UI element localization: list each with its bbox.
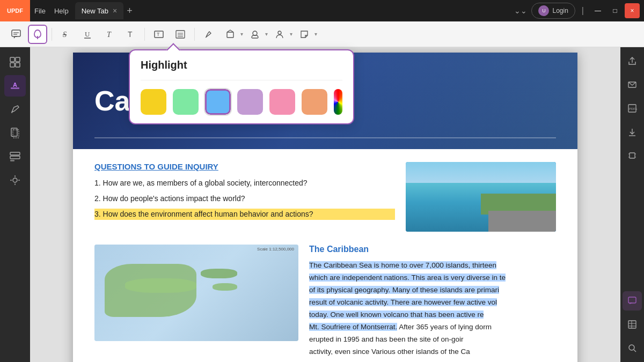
toolbar: S U T T T ▾ ▾ ▾ ▾ — [0, 21, 644, 47]
svg-point-16 — [278, 31, 281, 34]
swatch-purple[interactable] — [237, 89, 263, 115]
title-bar-right: ⌄⌄ U Login | — □ × — [514, 3, 644, 19]
map-island2 — [213, 283, 237, 291]
svg-text:T: T — [157, 32, 160, 37]
login-button[interactable]: U Login — [531, 3, 575, 19]
tool-underline[interactable]: U — [78, 25, 97, 44]
inquiry-section: QUESTIONS TO GUIDE INQUIRY 1. How are we… — [94, 162, 556, 232]
tool-pen[interactable] — [199, 25, 218, 44]
tool-user[interactable] — [270, 25, 289, 44]
right-icon-email[interactable] — [623, 75, 642, 94]
swatch-orange[interactable] — [302, 89, 327, 115]
right-icon-ocr[interactable] — [623, 146, 642, 165]
caribbean-para-3: of its physical geography. Many of these… — [309, 286, 499, 294]
svg-text:T: T — [107, 31, 112, 39]
pdf-header-line — [94, 137, 556, 138]
svg-rect-25 — [10, 152, 20, 155]
tool-text-italic[interactable]: T — [99, 25, 119, 44]
right-icon-chat[interactable] — [623, 291, 642, 311]
svg-rect-27 — [10, 160, 14, 161]
toolbar-divider-3 — [194, 28, 195, 41]
right-icon-share[interactable] — [623, 51, 642, 71]
tab-close-button[interactable]: × — [113, 6, 117, 15]
toolbar-divider-2 — [144, 28, 145, 41]
tool-shape-group: ▾ — [221, 25, 243, 44]
menu-bar: File Help — [30, 7, 73, 15]
map-land-cuba — [125, 278, 196, 293]
swatch-yellow[interactable] — [141, 89, 166, 115]
swatch-pink[interactable] — [269, 89, 295, 115]
swatch-rainbow[interactable] — [334, 89, 342, 115]
highlight-popup: Highlight — [129, 49, 354, 124]
svg-point-15 — [253, 31, 257, 35]
tool-shape-arrow[interactable]: ▾ — [240, 31, 243, 37]
tool-sticker-arrow[interactable]: ▾ — [314, 31, 317, 37]
inquiry-item-3: 3. How does the environment affect human… — [94, 209, 395, 220]
right-icon-download[interactable] — [623, 122, 642, 142]
tab-new-tab[interactable]: New Tab × — [75, 2, 124, 19]
sidebar-icon-tools[interactable] — [4, 169, 26, 191]
svg-rect-10 — [176, 31, 185, 38]
svg-rect-18 — [16, 57, 20, 62]
menu-help[interactable]: Help — [54, 7, 69, 15]
tool-shape[interactable] — [221, 25, 240, 44]
sidebar-icon-organize[interactable] — [4, 146, 26, 167]
color-divider — [141, 80, 342, 80]
svg-line-48 — [634, 350, 636, 352]
swatch-blue[interactable] — [205, 89, 231, 115]
minimize-button[interactable]: — — [590, 3, 605, 18]
svg-rect-24 — [13, 130, 19, 138]
tool-stamp[interactable] — [245, 25, 265, 44]
caribbean-para-8: erupted in 1995 and has been the site of… — [309, 335, 463, 343]
caribbean-para-4: result of volcanic activity. There are h… — [309, 298, 497, 306]
svg-rect-37 — [630, 153, 635, 158]
maximize-button[interactable]: □ — [608, 3, 623, 18]
inquiry-text: QUESTIONS TO GUIDE INQUIRY 1. How are we… — [94, 162, 395, 224]
tool-stamp-arrow[interactable]: ▾ — [265, 31, 268, 37]
left-sidebar: A — [0, 47, 30, 362]
caribbean-para-7: After 365 years of lying dorm — [399, 323, 492, 331]
right-icon-table[interactable] — [623, 315, 642, 334]
tool-sticker[interactable] — [295, 25, 314, 44]
app-logo: UPDF — [0, 0, 30, 21]
tool-comment[interactable] — [6, 25, 26, 44]
sidebar-icon-highlight[interactable]: A — [4, 75, 26, 97]
inquiry-heading: QUESTIONS TO GUIDE INQUIRY — [94, 162, 395, 171]
expand-icon[interactable]: ⌄⌄ — [514, 6, 527, 15]
svg-rect-17 — [10, 57, 14, 62]
tab-label: New Tab — [82, 7, 108, 15]
tool-text-plain[interactable]: T — [121, 25, 140, 44]
sidebar-icon-pages[interactable] — [4, 122, 26, 144]
caribbean-para-5: today. One well known volcano that has b… — [309, 311, 484, 319]
tab-bar: New Tab × + — [73, 2, 515, 19]
tool-user-arrow[interactable]: ▾ — [290, 31, 292, 37]
sidebar-icon-view[interactable] — [4, 51, 26, 73]
svg-rect-19 — [10, 63, 14, 67]
menu-file[interactable]: File — [34, 7, 46, 15]
svg-point-28 — [13, 178, 17, 182]
caribbean-heading: The Caribbean — [309, 245, 556, 254]
close-button[interactable]: × — [625, 3, 640, 18]
right-icon-search[interactable] — [623, 338, 642, 358]
svg-point-47 — [629, 345, 634, 350]
svg-rect-26 — [10, 156, 20, 159]
sidebar-icon-edit[interactable] — [4, 99, 26, 120]
right-icon-pdfa[interactable]: PDF/A — [623, 99, 642, 118]
toolbar-divider-1 — [52, 28, 52, 41]
pdf-body: QUESTIONS TO GUIDE INQUIRY 1. How are we… — [73, 149, 577, 362]
map-scale-text: Scale 1:12,500,000 — [257, 247, 294, 252]
tool-list[interactable] — [171, 25, 190, 44]
tool-strikethrough[interactable]: S — [56, 25, 76, 44]
tab-add-button[interactable]: + — [127, 5, 133, 17]
svg-text:U: U — [85, 30, 90, 38]
tool-highlight[interactable] — [28, 25, 47, 44]
svg-text:PDF/A: PDF/A — [629, 107, 637, 110]
swatch-green[interactable] — [173, 89, 199, 115]
caribbean-text: The Caribbean The Caribbean Sea is home … — [309, 245, 556, 358]
svg-rect-43 — [628, 321, 636, 328]
caribbean-para-1: The Caribbean Sea is home to over 7,000 … — [309, 261, 496, 269]
svg-rect-14 — [227, 32, 233, 38]
svg-rect-20 — [16, 63, 20, 67]
caribbean-para-6: Mt. Soufriere of Montserrat. — [309, 323, 397, 331]
tool-textbox[interactable]: T — [149, 25, 169, 44]
